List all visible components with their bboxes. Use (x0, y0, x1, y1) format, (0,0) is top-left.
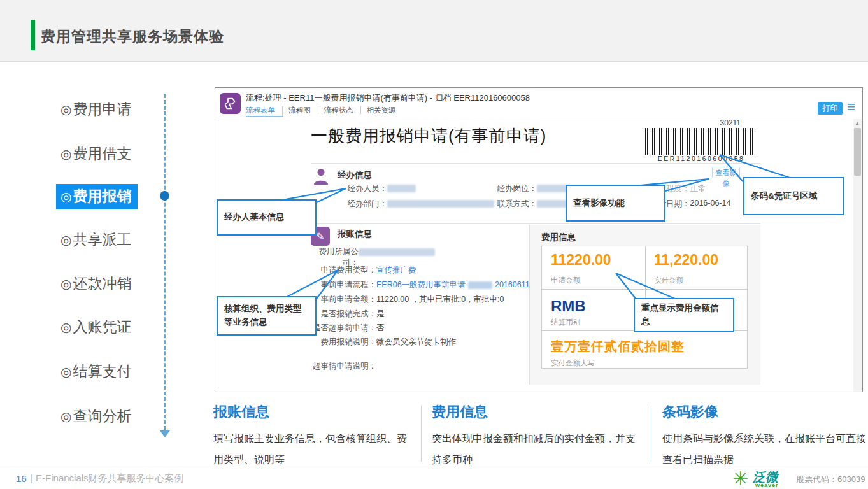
bottom-column-barcode: 条码影像 使用条码与影像系统关联，在报账平台可直接查看已扫描票据 (662, 402, 866, 470)
page-number: 16 (16, 473, 27, 484)
bullet-icon: ◎ (60, 409, 71, 423)
billing-type-label: 申请费用类型： (308, 265, 376, 276)
title-accent-bar (31, 20, 35, 50)
grid-line (542, 289, 747, 290)
vertical-scrollbar[interactable]: ▲ (853, 119, 862, 392)
sidebar-item-expense-reimburse[interactable]: ◎费用报销 (56, 184, 138, 209)
redacted-value (537, 185, 569, 192)
section-title-expense: 费用信息 (541, 232, 576, 243)
sidebar-item-expense-apply[interactable]: ◎费用申请 (60, 99, 131, 119)
slide-header: 费用管理共享服务场景体验 (0, 0, 868, 62)
currency-label: 结算币别 (551, 318, 580, 327)
sidebar-item-voucher[interactable]: ◎入账凭证 (60, 317, 131, 337)
slide-canvas: 费用管理共享服务场景体验 ◎费用申请 ◎费用借支 ◎费用报销 ◎共享派工 ◎还款… (0, 0, 868, 489)
bullet-icon: ◎ (60, 103, 71, 117)
tab-process-form[interactable]: 流程表单 (246, 106, 283, 117)
pre-apply-amount: 11220.00 ，其中已审批:0，审批中:0 (376, 295, 504, 304)
redacted-value (468, 281, 492, 289)
scrollbar-thumb[interactable] (854, 128, 861, 176)
section-title-billing: 报账信息 (338, 229, 372, 240)
bullet-icon: ◎ (60, 277, 71, 291)
divider (311, 163, 760, 164)
print-button[interactable]: 打印 (818, 102, 843, 115)
billing-preamount-label: 事前申请金额： (308, 294, 376, 305)
workflow-tabs: 流程表单流程图流程状态相关资源 (246, 106, 409, 115)
paid-amount-cell: 11,220.00 (645, 246, 727, 274)
reimburse-desc-value: 微会员父亲节贺卡制作 (376, 337, 456, 346)
currency-cell: RMB (542, 292, 595, 320)
bullet-icon: ◎ (60, 320, 71, 334)
divider (311, 223, 760, 224)
sidebar-item-expense-borrow[interactable]: ◎费用借支 (60, 144, 131, 164)
agent-post-label: 经办岗位： (457, 183, 537, 194)
column-divider (651, 406, 651, 462)
pre-apply-flow-link[interactable]: EER06一般费用事前申请--20160611 (376, 280, 530, 289)
tab-process-status[interactable]: 流程状态 (324, 106, 361, 114)
weaver-logo-en: weaver (755, 482, 779, 488)
workflow-app-icon (220, 93, 241, 114)
sidebar-item-shared-dispatch[interactable]: ◎共享派工 (60, 230, 131, 250)
redacted-value (359, 248, 435, 256)
bottom-heading: 费用信息 (432, 402, 645, 422)
billing-done-label: 是否报销完成： (308, 309, 376, 320)
bottom-column-billing: 报账信息 填写报账主要业务信息，包含核算组织、费用类型、说明等 (213, 402, 414, 470)
barcode-code: EER1120160600058 (645, 155, 757, 162)
sidebar-item-repayment[interactable]: ◎还款冲销 (60, 274, 131, 294)
bullet-icon: ◎ (60, 147, 71, 161)
sidebar-item-label: 还款冲销 (73, 275, 131, 292)
billing-preflow-label: 事前申请流程： (308, 280, 376, 290)
callout-amount-highlight: 重点显示费用金额信息 (634, 298, 734, 332)
footer-caption: | E-Financials财务共享服务中心案例 (31, 472, 184, 485)
agent-person-label: 经办人员： (308, 183, 387, 194)
billing-desc-label: 费用报销说明： (308, 337, 376, 348)
weaver-logo-icon: ✳ (732, 467, 748, 489)
sidebar-item-query-analysis[interactable]: ◎查询分析 (60, 406, 131, 426)
timeline-arrow-down-icon (160, 430, 170, 437)
sidebar-item-label: 入账凭证 (73, 318, 131, 335)
column-divider (421, 406, 422, 462)
sidebar-item-label: 查询分析 (73, 408, 131, 424)
sidebar-item-settlement[interactable]: ◎结算支付 (60, 362, 131, 381)
barcode-number: 30211 (645, 118, 741, 127)
paid-amount-label: 实付金额 (654, 276, 683, 285)
barcode-image (645, 128, 757, 155)
bottom-body: 使用条码与影像系统关联，在报账平台可直接查看已扫描票据 (662, 428, 866, 470)
window-header-divider (215, 118, 862, 118)
billing-overdesc-label: 超事情申请说明： (308, 361, 376, 372)
amount-in-words-cell: 壹万壹仟贰佰贰拾圆整 (542, 333, 694, 360)
bullet-icon: ◎ (60, 190, 71, 204)
workflow-title: 流程:处理 - EER11一般费用报销申请(有事前申请) - 归档 EER112… (246, 92, 530, 104)
agent-contact-label: 联系方式： (457, 199, 537, 209)
callout-accounting-info: 核算组织、费用类型等业务信息 (217, 296, 317, 336)
redacted-value (387, 185, 416, 192)
bullet-icon: ◎ (60, 233, 71, 247)
bottom-body: 填写报账主要业务信息，包含核算组织、费用类型、说明等 (213, 428, 414, 470)
apply-amount-label: 申请金额 (551, 276, 580, 285)
tab-related-resources[interactable]: 相关资源 (367, 106, 403, 114)
amount-in-words-label: 实付金额大写 (551, 358, 595, 368)
reimburse-done-value: 是 (376, 309, 385, 318)
bottom-body: 突出体现申报金额和扣减后的实付金额，并支持多币种 (432, 428, 645, 470)
sidebar-item-label: 费用申请 (73, 101, 131, 117)
timeline-current-dot (160, 191, 169, 201)
tab-process-chart[interactable]: 流程图 (288, 106, 318, 114)
billing-over-label: 是否超事前申请： (308, 323, 376, 334)
view-image-button[interactable]: 查看影像 (712, 167, 740, 178)
slide-footer: 16 | E-Financials财务共享服务中心案例 ✳ 泛微 weaver … (0, 467, 868, 489)
bullet-icon: ◎ (60, 365, 71, 379)
callout-agent-info: 经办人基本信息 (217, 199, 317, 236)
bottom-heading: 报账信息 (213, 402, 414, 422)
expense-type-link[interactable]: 宣传推广费 (376, 266, 416, 274)
callout-barcode-area: 条码&凭证号区域 (743, 177, 844, 215)
form-title: 一般费用报销申请(有事前申请) (311, 125, 546, 147)
sidebar-item-label: 费用借支 (73, 145, 131, 162)
page-title: 费用管理共享服务场景体验 (41, 27, 224, 46)
apply-amount-cell: 11220.00 (542, 246, 620, 274)
list-menu-icon[interactable]: ≡ (847, 99, 855, 115)
section-title-agent: 经办信息 (338, 169, 372, 181)
sidebar-item-label: 费用报销 (73, 188, 131, 204)
bottom-column-expense: 费用信息 突出体现申报金额和扣减后的实付金额，并支持多币种 (432, 402, 645, 470)
scroll-up-icon[interactable]: ▲ (855, 120, 860, 126)
agent-dept-label: 经办部门： (308, 199, 387, 209)
callout-view-image: 查看影像功能 (566, 185, 665, 222)
